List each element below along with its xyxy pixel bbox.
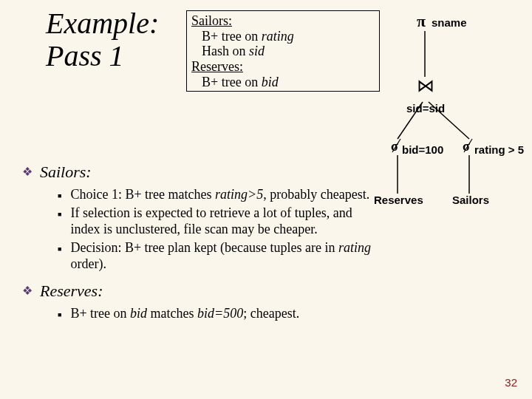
reserves-sublist: ■ B+ tree on bid matches bid=500; cheape… — [58, 305, 377, 322]
section-sailors: ❖ Sailors: — [22, 163, 377, 182]
square-bullet-icon: ■ — [58, 192, 61, 200]
title-line2: Pass 1 — [46, 39, 124, 72]
tree-lines-icon — [384, 7, 532, 222]
tree-rating5: rating > 5 — [474, 143, 524, 156]
indexes-sailors-1: B+ tree on rating — [191, 29, 375, 44]
sailors-heading: Sailors: — [40, 163, 92, 182]
sigma-right-icon: σ — [463, 139, 470, 154]
indexes-box: Sailors: B+ tree on rating Hash on sid R… — [186, 10, 380, 92]
list-item: ■ Choice 1: B+ tree matches rating>5, pr… — [58, 186, 377, 203]
indexes-reserves-hd: Reserves: — [191, 59, 375, 75]
tree-sidsid: sid=sid — [406, 102, 445, 115]
page-number: 32 — [505, 376, 517, 389]
square-bullet-icon: ■ — [58, 211, 61, 218]
section-reserves: ❖ Reserves: — [22, 282, 377, 301]
indexes-reserves-1: B+ tree on bid — [191, 75, 375, 90]
list-item: ■ If selection is expected to retrieve a… — [58, 205, 377, 238]
list-item: ■ B+ tree on bid matches bid=500; cheape… — [58, 305, 377, 322]
reserves-heading: Reserves: — [40, 282, 103, 301]
diamond-bullet-icon: ❖ — [22, 163, 33, 182]
indexes-sailors-2: Hash on sid — [191, 44, 375, 59]
diamond-bullet-icon: ❖ — [22, 282, 33, 301]
slide-title: Example: Pass 1 — [46, 7, 159, 72]
title-line1: Example: — [46, 7, 159, 40]
sigma-left-icon: σ — [391, 139, 398, 154]
body-content: ❖ Sailors: ■ Choice 1: B+ tree matches r… — [22, 157, 377, 323]
tree-reserves: Reserves — [374, 194, 423, 206]
join-icon: ⋈ — [417, 75, 434, 96]
square-bullet-icon: ■ — [58, 245, 61, 253]
indexes-sailors-hd: Sailors: — [191, 13, 375, 29]
tree-sname: sname — [432, 16, 467, 29]
tree-bid100: bid=100 — [402, 143, 443, 156]
square-bullet-icon: ■ — [58, 311, 61, 318]
tree-sailors: Sailors — [452, 194, 489, 206]
query-tree: π sname ⋈ sid=sid σ σ bid=100 rating > 5… — [384, 7, 532, 222]
list-item: ■ Decision: B+ tree plan kept (because t… — [58, 239, 377, 273]
sailors-sublist: ■ Choice 1: B+ tree matches rating>5, pr… — [58, 186, 377, 273]
pi-icon: π — [417, 12, 426, 31]
